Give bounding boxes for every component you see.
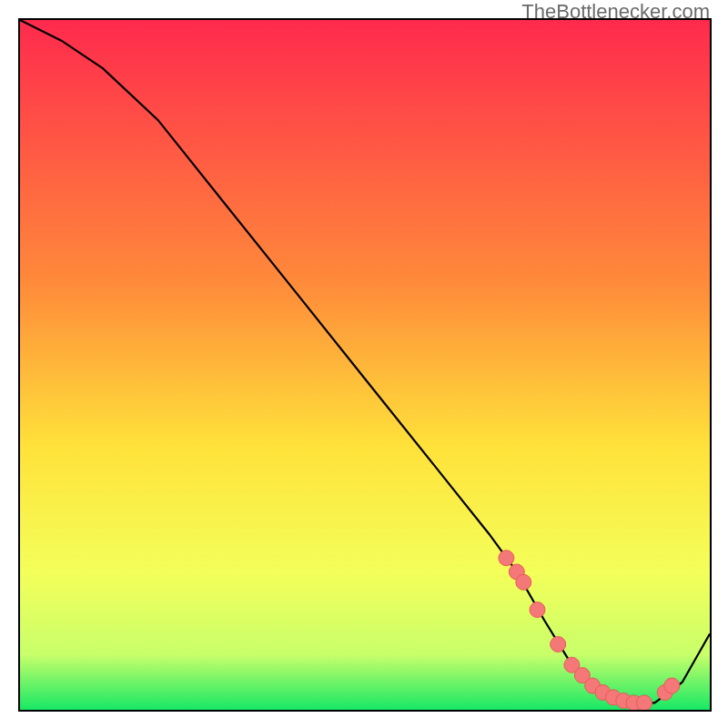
watermark-text: TheBottlenecker.com xyxy=(521,0,710,24)
plot-area xyxy=(18,18,712,712)
gradient-background xyxy=(20,20,710,710)
marker-dot xyxy=(530,602,545,618)
marker-dot xyxy=(637,695,652,710)
marker-dot xyxy=(499,551,514,566)
marker-dot xyxy=(664,678,680,693)
chart-svg xyxy=(20,20,710,710)
marker-dot xyxy=(516,574,531,590)
chart-frame: TheBottlenecker.com xyxy=(0,0,728,728)
marker-dot xyxy=(551,637,566,652)
